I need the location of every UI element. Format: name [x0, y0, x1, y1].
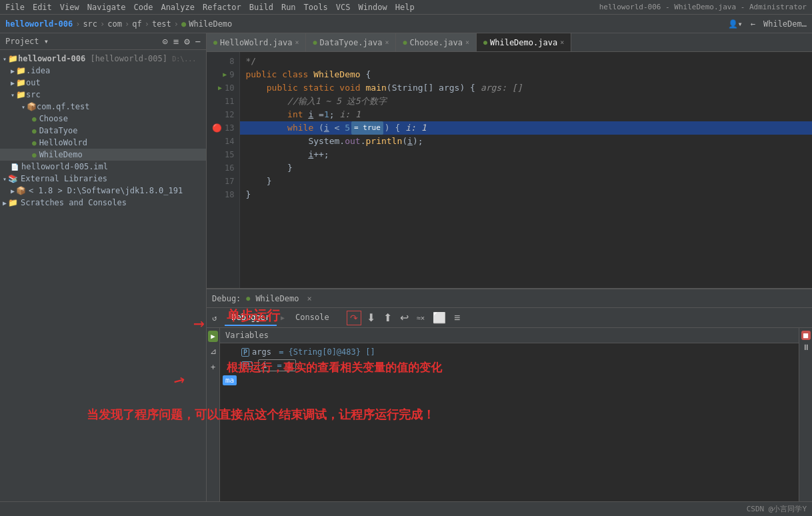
status-text: CSDN @小言同学Y — [747, 504, 807, 514]
tree-item-scratches[interactable]: ▶ 📁 Scratches and Consoles — [0, 197, 206, 209]
tab-close-hellowolrd[interactable]: × — [295, 39, 299, 46]
line-num-11: 11 — [225, 95, 234, 108]
tree-item-out[interactable]: ▶ 📁 out — [0, 77, 206, 89]
tree-item-src[interactable]: ▾ 📁 src — [0, 89, 206, 101]
menu-file[interactable]: File — [5, 3, 25, 12]
menu-tools[interactable]: Tools — [304, 3, 328, 12]
play-btn[interactable]: ▶ — [208, 331, 218, 342]
tree-item-root[interactable]: ▾ 📁 helloworld-006 [helloworld-005] D:\.… — [0, 53, 206, 65]
tree-item-hellowolrd[interactable]: ● HelloWolrd — [0, 137, 206, 149]
code-line-11: //输入1 ~ 5 这5个数字 — [240, 95, 812, 108]
tab-hellowolrd[interactable]: ● HelloWolrd.java × — [207, 33, 306, 51]
editor[interactable]: 8 ▶9 ▶10 11 12 🔴13 14 15 16 17 18 */ pub… — [207, 52, 812, 288]
tree-item-whiledemo[interactable]: ● WhileDemo — [0, 149, 206, 161]
evaluate-btn[interactable]: ≈× — [414, 313, 427, 323]
menu-navigate[interactable]: Navigate — [87, 3, 126, 12]
tree-item-extlibs[interactable]: ▾ 📚 External Libraries — [0, 173, 206, 185]
breadcrumb-project[interactable]: helloworld-006 — [5, 19, 73, 29]
var-name-args: args — [252, 347, 271, 357]
line-num-16: 16 — [225, 161, 234, 175]
tab-close-whiledemo[interactable]: × — [560, 39, 564, 46]
menu-analyze[interactable]: Analyze — [161, 3, 195, 12]
debug-body: ▶ ⊿ + Variables P args — [207, 328, 812, 501]
add-watch-btn[interactable]: + — [207, 361, 220, 374]
tree-label-hellowolrd: HelloWolrd — [39, 138, 87, 147]
step-out-btn[interactable]: ⬆ — [381, 310, 395, 325]
tree-item-idea[interactable]: ▶ 📁 .idea — [0, 65, 206, 77]
sidebar-btn-compact[interactable]: ≡ — [173, 36, 179, 47]
menu-edit[interactable]: Edit — [33, 3, 52, 12]
code-line-18: } — [240, 188, 812, 201]
breadcrumb-qf[interactable]: qf — [132, 19, 141, 29]
var-value-i: = 1 — [272, 361, 291, 370]
step-into-btn[interactable]: ⬇ — [364, 310, 378, 325]
menu-help[interactable]: Help — [395, 3, 415, 12]
menu-window[interactable]: Window — [358, 3, 387, 12]
project-label: Project ▾ — [5, 37, 49, 46]
breadcrumb-src[interactable]: src — [83, 19, 97, 29]
stop-btn[interactable]: ■ — [801, 331, 811, 340]
tree-item-jdk[interactable]: ▶ 📦 < 1.8 > D:\Software\jdk1.8.0_191 — [0, 185, 206, 197]
tree-arrow-extlibs: ▾ — [3, 175, 7, 183]
pause-btn[interactable]: ⏸ — [802, 343, 810, 352]
breakpoint-13[interactable]: 🔴 — [212, 121, 222, 135]
var-item-args[interactable]: P args = {String[0]@483} [] — [220, 346, 799, 358]
tab-whiledemo[interactable]: ● WhileDemo.java × — [477, 33, 571, 51]
tab-console[interactable]: Console — [289, 310, 336, 326]
run-to-cursor-btn[interactable]: ↩ — [397, 310, 411, 325]
tree-label-idea: .idea — [26, 66, 50, 75]
watch-btn[interactable]: ⬜ — [430, 310, 449, 325]
tab-label-choose: Choose.java — [409, 38, 462, 47]
tab-nav-icon[interactable]: WhileDem… — [763, 19, 807, 29]
tab-icon-datatyoe: ● — [313, 39, 317, 46]
tab-choose[interactable]: ● Choose.java × — [396, 33, 477, 51]
sidebar-btn-gear[interactable]: ⚙ — [184, 36, 189, 47]
menu-refactor[interactable]: Refactor — [203, 3, 241, 12]
line-num-14: 14 — [225, 135, 234, 148]
menu-build[interactable]: Build — [249, 3, 273, 12]
tab-debugger[interactable]: Debugger — [225, 310, 277, 326]
tree-label-scratches: Scratches and Consoles — [21, 198, 127, 207]
code-line-13: while (i < 5= true) { i: 1 — [240, 121, 812, 135]
tree-arrow-src: ▾ — [11, 91, 15, 99]
tree-arrow-scratches: ▶ — [3, 199, 7, 207]
tree-label-choose: Choose — [39, 114, 68, 123]
tree-item-package[interactable]: ▾ 📦 com.qf.test — [0, 101, 206, 113]
debug-restart-btn[interactable]: ↺ — [212, 313, 217, 323]
tree-item-choose[interactable]: ● Choose — [0, 113, 206, 125]
tree-item-datatyoe[interactable]: ● DataTyoe — [0, 125, 206, 137]
tab-close-datatyoe[interactable]: × — [385, 39, 389, 46]
tree-item-iml[interactable]: 📄 helloworld-005.iml — [0, 161, 206, 173]
breadcrumb-sep4: › — [145, 19, 149, 29]
tree-arrow-jdk: ▶ — [11, 187, 15, 195]
debug-tab-icon: ● — [246, 295, 250, 302]
menu-view[interactable]: View — [60, 3, 79, 12]
menu-code[interactable]: Code — [134, 3, 153, 12]
debug-tab-name[interactable]: WhileDemo — [255, 294, 299, 303]
tab-datatyoe[interactable]: ● DataTyoe.java × — [306, 33, 396, 51]
sidebar-btn-minimize[interactable]: − — [195, 36, 201, 47]
menu-vcs[interactable]: VCS — [336, 3, 351, 12]
tab-close-choose[interactable]: × — [465, 39, 469, 46]
breadcrumb-class[interactable]: WhileDemo — [189, 19, 232, 29]
code-line-16: } — [240, 161, 812, 175]
status-bar: CSDN @小言同学Y — [0, 501, 812, 516]
step-over-btn[interactable]: ↷ — [347, 311, 361, 325]
frames-btn[interactable]: ≡ — [451, 311, 463, 325]
filter-btn[interactable]: ⊿ — [207, 345, 220, 358]
scratches-icon: 📁 — [8, 198, 18, 207]
variables-list: P args = {String[0]@483} [] 01 i = 1 — [220, 343, 799, 501]
user-icon[interactable]: 👤▾ — [728, 19, 743, 29]
breadcrumb-test[interactable]: test — [152, 19, 171, 29]
line-num-9: 9 — [229, 68, 234, 81]
console-icon: ▶ — [281, 314, 285, 321]
breadcrumb-sep1: › — [75, 19, 80, 29]
tree-label-root: helloworld-006 [helloworld-005] D:\... — [18, 54, 196, 63]
menu-run[interactable]: Run — [281, 3, 296, 12]
breadcrumb-com[interactable]: com — [107, 19, 122, 29]
sidebar-btn-scope[interactable]: ⊙ — [162, 36, 167, 47]
var-item-i[interactable]: 01 i = 1 — [220, 358, 799, 373]
back-icon[interactable]: ← — [751, 19, 755, 29]
breadcrumb-icon: ● — [181, 19, 186, 29]
debug-tab-close[interactable]: × — [307, 294, 311, 303]
